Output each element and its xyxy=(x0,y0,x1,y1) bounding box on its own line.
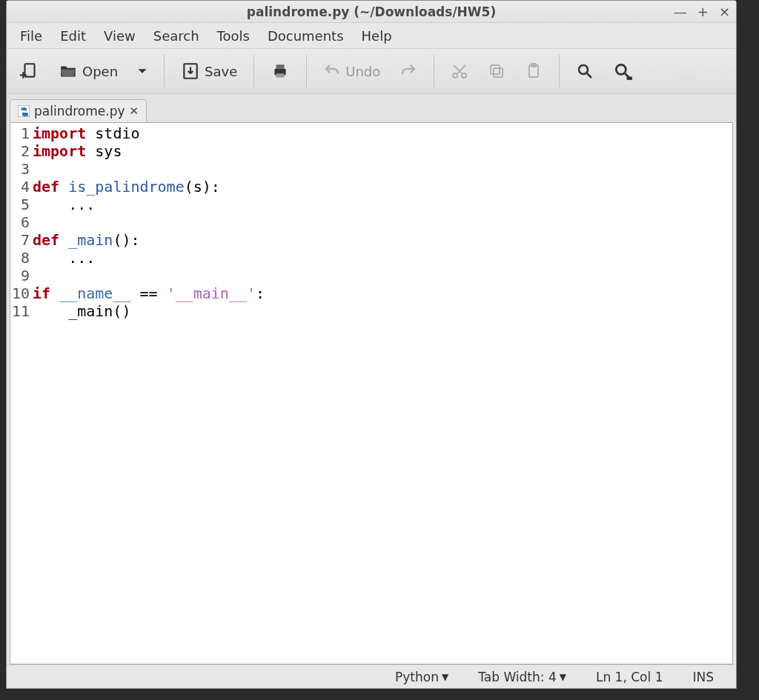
svg-point-23 xyxy=(24,114,26,116)
redo-button[interactable] xyxy=(392,58,425,84)
open-dropdown-button[interactable] xyxy=(130,61,155,81)
titlebar: palindrome.py (~/Downloads/HW5) — + × xyxy=(7,1,736,23)
svg-point-19 xyxy=(628,78,629,79)
menu-documents[interactable]: Documents xyxy=(259,25,353,47)
find-replace-button[interactable] xyxy=(606,57,640,85)
cut-icon xyxy=(451,62,468,80)
menu-file[interactable]: File xyxy=(11,25,51,47)
svg-rect-5 xyxy=(276,64,285,68)
minimize-button[interactable]: — xyxy=(674,5,687,19)
code-line[interactable]: 6 xyxy=(10,213,732,231)
code-line[interactable]: 5 ... xyxy=(10,196,732,213)
toolbar: Open Save Undo xyxy=(7,48,736,94)
separator xyxy=(164,55,165,87)
code-editor[interactable]: 1import stdio2import sys34def is_palindr… xyxy=(10,122,733,664)
line-source[interactable]: ... xyxy=(33,196,95,213)
open-label: Open xyxy=(82,64,118,79)
copy-icon xyxy=(488,62,506,80)
line-source[interactable]: def _main(): xyxy=(33,231,140,249)
line-number: 2 xyxy=(10,142,33,160)
code-line[interactable]: 9 xyxy=(10,267,732,284)
save-label: Save xyxy=(205,64,237,79)
document-tab[interactable]: palindrome.py ✕ xyxy=(10,99,147,122)
line-source[interactable]: import sys xyxy=(33,142,122,160)
line-number: 4 xyxy=(10,178,33,196)
line-source[interactable]: if __name__ == '__main__': xyxy=(33,284,265,302)
language-selector[interactable]: Python ▼ xyxy=(395,670,448,684)
window-title: palindrome.py (~/Downloads/HW5) xyxy=(247,4,496,19)
print-icon xyxy=(271,61,290,81)
redo-icon xyxy=(400,62,417,80)
line-source[interactable]: import stdio xyxy=(33,124,140,142)
svg-point-15 xyxy=(579,65,588,74)
cut-button[interactable] xyxy=(443,58,476,84)
line-number: 8 xyxy=(10,249,33,267)
svg-rect-11 xyxy=(494,68,503,77)
maximize-button[interactable]: + xyxy=(697,5,709,19)
find-button[interactable] xyxy=(569,58,601,84)
search-icon xyxy=(576,62,594,80)
tab-close-button[interactable]: ✕ xyxy=(130,104,139,118)
paste-button[interactable] xyxy=(517,58,550,84)
line-number: 7 xyxy=(10,231,33,249)
copy-button[interactable] xyxy=(480,58,513,84)
chevron-down-icon: ▼ xyxy=(560,672,566,682)
python-file-icon xyxy=(18,105,30,117)
line-source[interactable]: def is_palindrome(s): xyxy=(33,178,220,196)
code-line[interactable]: 2import sys xyxy=(10,142,732,160)
find-replace-icon xyxy=(613,61,632,81)
save-button[interactable]: Save xyxy=(173,57,245,85)
code-line[interactable]: 10if __name__ == '__main__': xyxy=(10,284,732,302)
line-number: 3 xyxy=(10,160,33,178)
undo-label: Undo xyxy=(345,64,380,79)
paste-icon xyxy=(525,62,543,80)
line-source[interactable]: ... xyxy=(33,249,95,267)
svg-point-8 xyxy=(462,73,466,78)
insert-mode[interactable]: INS xyxy=(692,670,714,684)
separator xyxy=(306,55,307,87)
save-icon xyxy=(181,61,200,81)
code-line[interactable]: 7def _main(): xyxy=(10,231,732,249)
menu-view[interactable]: View xyxy=(95,25,145,47)
line-number: 10 xyxy=(10,284,33,302)
svg-point-22 xyxy=(21,108,23,110)
editor-window: palindrome.py (~/Downloads/HW5) — + × Fi… xyxy=(6,0,737,689)
menu-tools[interactable]: Tools xyxy=(208,25,259,47)
tab-width-label: Tab Width: 4 xyxy=(478,670,557,684)
svg-line-16 xyxy=(587,73,591,78)
chevron-down-icon xyxy=(137,66,148,76)
tab-label: palindrome.py xyxy=(34,104,125,119)
tab-width-selector[interactable]: Tab Width: 4 ▼ xyxy=(478,670,566,684)
cursor-position: Ln 1, Col 1 xyxy=(596,670,663,684)
separator xyxy=(434,55,434,87)
chevron-down-icon: ▼ xyxy=(442,672,448,682)
code-line[interactable]: 11 _main() xyxy=(10,302,732,320)
svg-rect-6 xyxy=(276,73,285,77)
menubar: File Edit View Search Tools Documents He… xyxy=(7,23,736,48)
svg-point-17 xyxy=(617,64,626,74)
window-controls: — + × xyxy=(674,1,730,23)
separator xyxy=(559,55,560,87)
print-button[interactable] xyxy=(263,57,297,85)
line-number: 11 xyxy=(10,302,33,320)
open-button[interactable]: Open xyxy=(51,57,125,85)
line-source[interactable]: _main() xyxy=(33,302,130,320)
separator xyxy=(253,55,254,87)
code-line[interactable]: 4def is_palindrome(s): xyxy=(10,178,732,196)
language-label: Python xyxy=(395,670,439,684)
menu-edit[interactable]: Edit xyxy=(51,25,95,47)
svg-point-7 xyxy=(453,73,457,78)
undo-button[interactable]: Undo xyxy=(316,58,388,84)
code-line[interactable]: 3 xyxy=(10,160,732,178)
menu-search[interactable]: Search xyxy=(145,25,208,47)
new-document-button[interactable] xyxy=(13,57,47,85)
tab-bar: palindrome.py ✕ xyxy=(7,94,736,122)
status-bar: Python ▼ Tab Width: 4 ▼ Ln 1, Col 1 INS xyxy=(7,664,736,688)
svg-rect-12 xyxy=(491,65,500,74)
code-line[interactable]: 1import stdio xyxy=(10,124,732,142)
svg-point-20 xyxy=(630,78,632,79)
code-line[interactable]: 8 ... xyxy=(10,249,732,267)
close-button[interactable]: × xyxy=(719,5,730,19)
menu-help[interactable]: Help xyxy=(353,25,401,47)
undo-icon xyxy=(323,62,341,80)
